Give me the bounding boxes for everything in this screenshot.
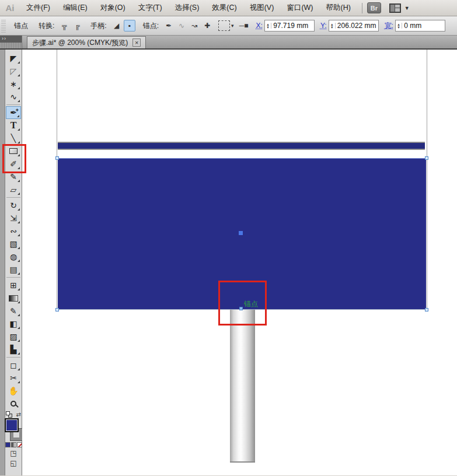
selection-handle-bottom-left[interactable] xyxy=(55,308,59,312)
close-document-icon[interactable]: × xyxy=(132,38,141,47)
type-tool[interactable]: T xyxy=(6,119,21,132)
gradient-mode-button[interactable] xyxy=(11,442,16,447)
menu-bar: Ai 文件(F) 编辑(E) 对象(O) 文字(T) 选择(S) 效果(C) 视… xyxy=(0,0,457,16)
mesh-icon: ⊞ xyxy=(10,281,17,289)
control-bar-grip[interactable] xyxy=(1,19,6,33)
rotate-icon: ↻ xyxy=(10,201,17,209)
width-label[interactable]: 宽: xyxy=(385,21,393,31)
show-handles-button[interactable]: ◢ xyxy=(111,20,123,32)
width-input[interactable] xyxy=(402,22,445,30)
slice-icon: ✂ xyxy=(10,374,17,382)
hand-tool[interactable]: ✋ xyxy=(6,384,21,397)
slice-tool[interactable]: ✂ xyxy=(6,372,21,384)
convert-to-smooth-button[interactable]: ╔ xyxy=(71,20,83,32)
width-field: ▴▾ xyxy=(395,20,445,32)
scale-tool[interactable]: ⇲ xyxy=(6,212,21,225)
menu-effect[interactable]: 效果(C) xyxy=(205,0,243,16)
menu-help[interactable]: 帮助(H) xyxy=(320,0,357,16)
select-similar-button[interactable] xyxy=(218,20,230,31)
magic-wand-tool[interactable]: ∗ xyxy=(6,78,21,90)
default-fill-stroke-button[interactable] xyxy=(6,411,12,418)
menu-window[interactable]: 窗口(W) xyxy=(280,0,319,16)
color-mode-button[interactable] xyxy=(5,442,11,447)
control-bar: 锚点 转换: ╦ ╔ 手柄: ◢ ▪ 锚点: ✒ ∿ ↝ ✚ ▾ ─■ X: ▴… xyxy=(0,16,457,36)
isolate-selection-button[interactable]: ✚ xyxy=(201,20,213,32)
convert-to-corner-button[interactable]: ╦ xyxy=(58,20,70,32)
tools-panel: ◤ ◸ ∗ ∿ ✒ + T ╲ ✐ ✎ ▱ ↻ ⇲ ∾ ▧ ◍ xyxy=(5,50,22,475)
direct-selection-tool[interactable]: ◸ xyxy=(6,65,21,78)
object-center-point[interactable] xyxy=(239,231,243,235)
pen-tool[interactable]: ✒ + xyxy=(6,106,21,119)
selection-tool[interactable]: ◤ xyxy=(6,52,21,65)
context-label: 锚点 xyxy=(14,21,28,31)
add-anchor-badge: + xyxy=(16,107,19,113)
drawing-mode-button[interactable]: ◳ xyxy=(10,449,16,457)
tool-divider xyxy=(6,104,20,105)
selection-handle-top-right[interactable] xyxy=(425,156,428,160)
swatch-area: ⇄ ◳ ◱ xyxy=(5,411,22,467)
pencil-icon: ✎ xyxy=(10,173,17,181)
x-stepper[interactable]: ▴▾ xyxy=(265,23,271,29)
x-field: ▴▾ xyxy=(264,20,315,32)
eraser-tool[interactable]: ▱ xyxy=(6,183,21,196)
eyedropper-icon: ✏ xyxy=(8,306,19,316)
remove-anchor-button[interactable]: ✒ xyxy=(163,20,175,32)
rotate-tool[interactable]: ↻ xyxy=(6,199,21,212)
sign-top-strip-shape[interactable] xyxy=(58,142,425,150)
width-tool[interactable]: ∾ xyxy=(6,225,21,237)
x-input[interactable] xyxy=(271,22,314,30)
tool-divider xyxy=(6,277,20,278)
workspace-switcher[interactable]: ▼ xyxy=(389,4,410,13)
cut-path-button[interactable]: ↝ xyxy=(189,20,200,32)
annotation-box-anchor xyxy=(218,281,267,326)
hide-handles-button[interactable]: ▪ xyxy=(124,20,135,32)
symbol-sprayer-tool[interactable]: ▨ xyxy=(6,330,21,343)
magic-wand-icon: ∗ xyxy=(10,80,17,88)
panel-grip[interactable] xyxy=(0,43,22,48)
mesh-tool[interactable]: ⊞ xyxy=(6,279,21,292)
y-stepper[interactable]: ▴▾ xyxy=(329,23,336,29)
canvas[interactable]: 锚点 xyxy=(22,50,457,475)
free-transform-tool[interactable]: ▧ xyxy=(6,237,21,250)
fill-color-swatch[interactable] xyxy=(5,418,19,432)
connect-path-button[interactable]: ∿ xyxy=(176,20,187,32)
workspace-grid-icon xyxy=(389,4,401,13)
eyedropper-tool[interactable]: ✏ xyxy=(6,304,21,317)
reference-point-icon[interactable]: ─■ xyxy=(238,20,250,32)
width-stepper[interactable]: ▴▾ xyxy=(396,23,402,29)
document-tab[interactable]: 步骤.ai* @ 200% (CMYK/预览) × xyxy=(27,36,146,48)
perspective-grid-tool[interactable]: ▤ xyxy=(6,263,21,276)
zoom-tool[interactable] xyxy=(6,397,21,410)
column-graph-tool[interactable]: ▙ xyxy=(6,343,21,356)
lasso-tool[interactable]: ∿ xyxy=(6,90,21,103)
gradient-icon xyxy=(9,295,18,302)
menu-select[interactable]: 选择(S) xyxy=(169,0,206,16)
y-input[interactable] xyxy=(336,22,378,30)
menu-object[interactable]: 对象(O) xyxy=(94,0,132,16)
none-mode-button[interactable] xyxy=(17,442,22,447)
document-tab-title: 步骤.ai* @ 200% (CMYK/预览) xyxy=(32,38,128,48)
selection-handle-top-left[interactable] xyxy=(55,156,59,160)
x-label[interactable]: X: xyxy=(256,22,263,30)
menu-view[interactable]: 视图(V) xyxy=(243,0,281,16)
convert-label: 转换: xyxy=(39,21,54,31)
swap-fill-stroke-icon[interactable]: ⇄ xyxy=(16,411,21,418)
menu-edit[interactable]: 编辑(E) xyxy=(57,0,94,16)
y-label[interactable]: Y: xyxy=(320,22,327,30)
selection-handle-bottom-right[interactable] xyxy=(425,308,428,312)
sign-pole-shape[interactable] xyxy=(230,310,255,463)
eraser-icon: ▱ xyxy=(11,186,17,194)
gradient-tool[interactable] xyxy=(6,292,21,304)
zoom-icon xyxy=(11,401,16,407)
shape-builder-tool[interactable]: ◍ xyxy=(6,250,21,263)
bridge-button[interactable]: Br xyxy=(367,2,381,13)
panel-collapse-button[interactable]: ›› xyxy=(0,36,22,43)
app-logo: Ai xyxy=(0,3,20,13)
menu-type[interactable]: 文字(T) xyxy=(132,0,169,16)
screen-mode-button[interactable]: ◱ xyxy=(10,459,16,467)
blend-tool[interactable]: ◧ xyxy=(6,317,21,330)
line-segment-tool[interactable]: ╲ xyxy=(6,132,21,145)
artboard-tool[interactable]: ◻ xyxy=(6,359,21,372)
artboard-icon: ◻ xyxy=(10,361,17,369)
menu-file[interactable]: 文件(F) xyxy=(20,0,57,16)
